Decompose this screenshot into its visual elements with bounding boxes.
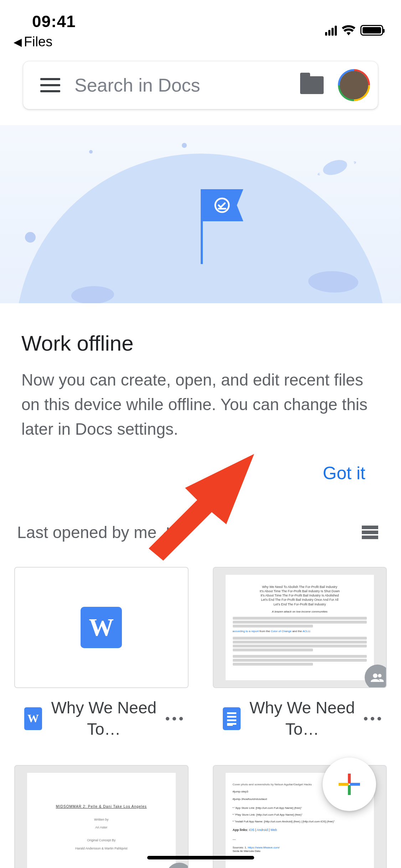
file-title: Why We Need To… — [249, 697, 356, 740]
menu-icon[interactable] — [40, 78, 60, 92]
sort-label: Last opened by me — [17, 523, 156, 542]
sort-selector[interactable]: Last opened by me — [17, 523, 174, 542]
arrow-down-icon — [161, 526, 174, 539]
promo-title: Work offline — [21, 331, 380, 356]
plus-icon — [339, 774, 360, 795]
word-file-icon: W — [81, 607, 122, 648]
more-options-button[interactable] — [166, 717, 186, 720]
account-avatar[interactable] — [338, 69, 370, 101]
new-document-fab[interactable] — [323, 758, 376, 811]
got-it-button[interactable]: Got it — [323, 463, 365, 484]
offline-promo: Work offline Now you can create, open, a… — [0, 303, 401, 441]
flag-check-icon — [201, 189, 243, 221]
list-view-toggle[interactable] — [362, 526, 378, 539]
status-bar: 09:41 — [0, 0, 401, 32]
file-card[interactable]: W W Why We Need To… — [14, 567, 189, 740]
offline-hero-illustration — [0, 125, 401, 303]
search-bar[interactable]: Search in Docs — [23, 61, 378, 109]
cellular-icon — [325, 25, 337, 36]
more-options-button[interactable] — [364, 717, 385, 720]
status-time: 09:41 — [32, 12, 76, 31]
wifi-icon — [342, 25, 355, 36]
file-thumbnail: Why We Need To Abolish The For-Profit Ba… — [213, 567, 387, 688]
file-thumbnail: MIDSOMMAR 2: Pelle & Dani Take Los Angel… — [14, 765, 189, 868]
search-input[interactable]: Search in Docs — [74, 74, 300, 96]
back-chevron-icon: ◀ — [14, 36, 22, 48]
file-title: Why We Need To… — [51, 697, 157, 740]
file-card[interactable]: Why We Need To Abolish The For-Profit Ba… — [213, 567, 387, 740]
file-card[interactable]: MIDSOMMAR 2: Pelle & Dani Take Los Angel… — [14, 765, 189, 868]
svg-point-2 — [373, 673, 377, 678]
folder-icon[interactable] — [300, 76, 324, 94]
docs-type-icon — [223, 707, 241, 730]
battery-icon — [360, 25, 383, 36]
home-indicator — [147, 856, 254, 859]
svg-point-3 — [378, 674, 381, 677]
word-type-icon: W — [24, 707, 42, 730]
back-label: Files — [24, 34, 52, 50]
file-thumbnail: W — [14, 567, 189, 688]
status-right — [325, 25, 383, 36]
file-grid: W W Why We Need To… Why We Need To Aboli… — [0, 542, 401, 868]
shared-badge-icon — [365, 665, 387, 688]
promo-body: Now you can create, open, and edit recen… — [21, 368, 380, 441]
